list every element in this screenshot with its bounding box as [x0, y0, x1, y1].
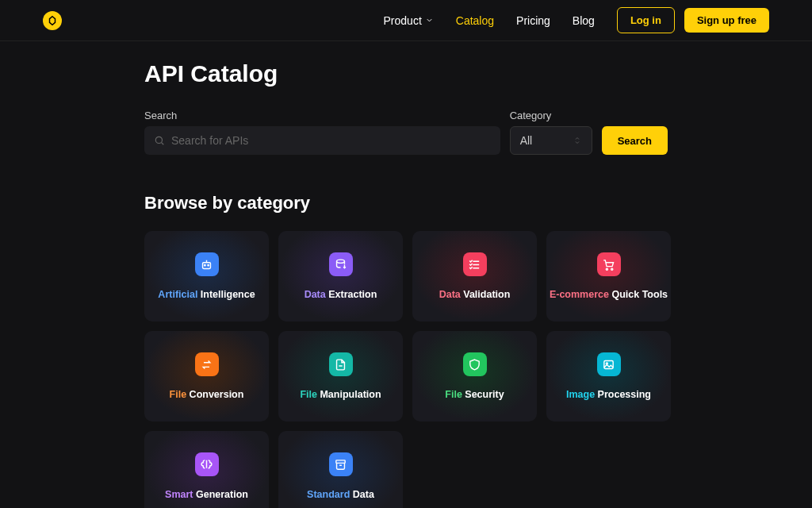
category-label: Standard Data	[307, 489, 374, 500]
nav-product[interactable]: Product	[384, 14, 434, 27]
chevron-down-icon	[425, 16, 434, 25]
category-label: Data Validation	[439, 289, 511, 300]
category-label: Artificial Intelligence	[158, 289, 255, 300]
brain-icon	[195, 452, 219, 476]
svg-point-12	[611, 268, 613, 270]
category-card-file[interactable]: File Manipulation	[278, 331, 403, 421]
category-card-image[interactable]: Image Processing	[546, 331, 671, 421]
nav-pricing[interactable]: Pricing	[516, 14, 550, 27]
page-title: API Catalog	[144, 60, 668, 87]
search-button[interactable]: Search	[602, 126, 668, 155]
category-label: Smart Generation	[165, 489, 248, 500]
search-input[interactable]	[154, 134, 491, 147]
search-icon	[154, 135, 165, 146]
svg-point-0	[155, 137, 162, 143]
db-export-icon	[329, 252, 353, 276]
signup-button[interactable]: Sign up free	[684, 8, 769, 33]
category-label: File Manipulation	[300, 389, 381, 400]
swap-icon	[195, 352, 219, 376]
svg-rect-14	[604, 360, 613, 368]
nav-blog[interactable]: Blog	[573, 14, 595, 27]
nav-product-label: Product	[384, 14, 422, 27]
image-icon	[597, 352, 621, 376]
cart-icon	[597, 252, 621, 276]
login-button[interactable]: Log in	[617, 7, 675, 33]
category-card-artificial[interactable]: Artificial Intelligence	[144, 231, 269, 321]
shield-icon	[463, 352, 487, 376]
category-card-data[interactable]: Data Validation	[412, 231, 537, 321]
category-card-e-commerce[interactable]: E-commerce Quick Tools	[546, 231, 671, 321]
svg-point-3	[205, 264, 205, 265]
category-card-file[interactable]: File Security	[412, 331, 537, 421]
svg-point-11	[606, 268, 607, 270]
category-card-smart[interactable]: Smart Generation	[144, 431, 269, 508]
category-label: Category	[510, 110, 592, 121]
search-label: Search	[144, 110, 500, 121]
category-card-data[interactable]: Data Extraction	[278, 231, 403, 321]
file-edit-icon	[329, 352, 353, 376]
category-label: Image Processing	[566, 389, 651, 400]
category-label: File Security	[445, 389, 504, 400]
svg-point-4	[208, 264, 209, 265]
logo[interactable]	[43, 11, 62, 30]
category-card-file[interactable]: File Conversion	[144, 331, 269, 421]
select-arrows-icon	[573, 136, 582, 145]
nav-catalog[interactable]: Catalog	[456, 14, 494, 27]
category-label: File Conversion	[170, 389, 244, 400]
archive-icon	[329, 452, 353, 476]
category-label: Data Extraction	[304, 289, 377, 300]
svg-rect-17	[336, 460, 345, 463]
category-card-standard[interactable]: Standard Data	[278, 431, 403, 508]
bot-icon	[195, 252, 219, 276]
category-select[interactable]: All	[510, 126, 592, 155]
category-label: E-commerce Quick Tools	[550, 289, 668, 300]
category-value: All	[520, 134, 533, 147]
checklist-icon	[463, 252, 487, 276]
browse-heading: Browse by category	[144, 193, 668, 214]
svg-point-6	[337, 260, 345, 263]
svg-line-1	[162, 143, 164, 145]
